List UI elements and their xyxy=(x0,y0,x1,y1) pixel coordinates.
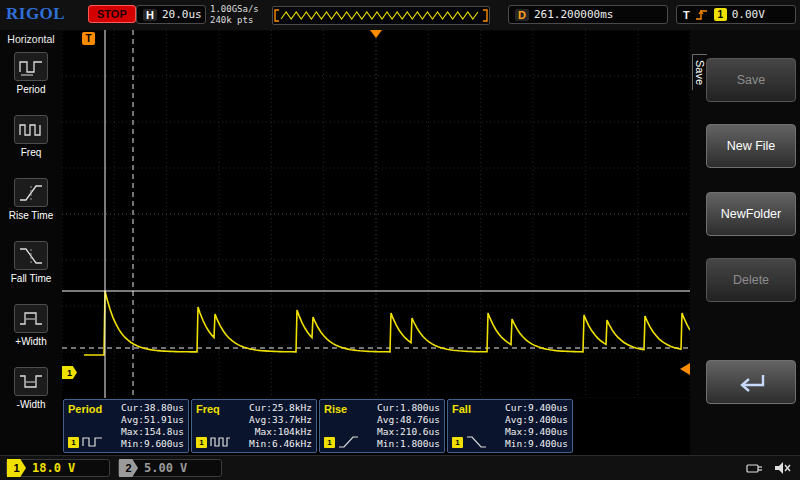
rigol-logo: RIGOL xyxy=(6,4,65,24)
top-bar: RIGOL STOP H 20.0us 1.00GSa/s 240k pts D… xyxy=(0,0,800,31)
left-menu-label: Fall Time xyxy=(11,273,52,284)
meas-cur: Cur:9.400us xyxy=(498,402,568,414)
left-menu-label: Freq xyxy=(21,147,42,158)
delay-value: 261.200000ms xyxy=(534,8,613,21)
timebase-label: H xyxy=(143,9,157,21)
minus-width-icon xyxy=(14,367,48,396)
memory-depth: 240k pts xyxy=(210,15,259,26)
measurement-values: Cur:38.80us Avg:51.91us Max:154.8us Min:… xyxy=(114,403,184,449)
measurement-panel-freq[interactable]: Freq 1 Cur:25.8kHz Avg:33.7kHz Max:104kH… xyxy=(191,399,317,453)
right-menu: Save Save New File NewFolder Delete xyxy=(690,30,800,455)
measurement-values: Cur:25.8kHz Avg:33.7kHz Max:104kHz Min:6… xyxy=(242,403,312,449)
usb-icon xyxy=(746,461,764,475)
measurement-values: Cur:9.400us Avg:9.400us Max:9.400us Min:… xyxy=(498,403,568,449)
left-menu-item-neg-width[interactable]: -Width xyxy=(0,367,62,423)
trigger-readout[interactable]: T 1 0.00V xyxy=(676,5,796,24)
preview-waveform-icon xyxy=(273,7,489,24)
trigger-level-marker[interactable] xyxy=(680,363,690,375)
meas-min: Min:9.600us xyxy=(114,438,184,450)
measurement-row: Period 1 Cur:38.80us Avg:51.91us Max:154… xyxy=(63,399,690,455)
measurement-name: Freq xyxy=(196,403,242,415)
sample-rate: 1.00GSa/s xyxy=(210,4,259,15)
channel-badge: 1 xyxy=(452,437,463,448)
meas-min: Min:6.46kHz xyxy=(242,438,312,450)
trigger-delay-marker[interactable]: T xyxy=(82,32,95,45)
meas-avg: Avg:51.91us xyxy=(114,414,184,426)
left-menu-label: Rise Time xyxy=(9,210,53,221)
meas-min: Min:9.400us xyxy=(498,438,568,450)
horizontal-timebase[interactable]: H 20.0us xyxy=(136,5,206,24)
measurement-values: Cur:1.800us Avg:48.76us Max:210.6us Min:… xyxy=(370,403,440,449)
left-menu-label: -Width xyxy=(17,399,46,410)
measurement-panel-fall[interactable]: Fall 1 Cur:9.400us Avg:9.400us Max:9.400… xyxy=(447,399,573,453)
meas-max: Max:9.400us xyxy=(498,426,568,438)
meas-max: Max:104kHz xyxy=(242,426,312,438)
meas-avg: Avg:9.400us xyxy=(498,414,568,426)
channel2-scale: 5.00 V xyxy=(144,461,187,475)
measurement-name: Rise xyxy=(324,403,370,415)
left-menu-item-rise-time[interactable]: Rise Time xyxy=(0,178,62,234)
delay-label: D xyxy=(515,9,529,21)
left-menu: Horizontal Period Freq Rise Time Fall Ti… xyxy=(0,30,63,455)
menu-tab-save: Save xyxy=(692,54,707,90)
meas-cur: Cur:1.800us xyxy=(370,402,440,414)
rise-time-icon xyxy=(14,178,48,207)
channel-badge: 1 xyxy=(68,437,79,448)
left-menu-label: +Width xyxy=(15,336,46,347)
rising-edge-icon xyxy=(695,8,709,22)
meas-max: Max:154.8us xyxy=(114,426,184,438)
speaker-mute-icon[interactable] xyxy=(774,460,792,476)
freq-measure-icon: 1 xyxy=(196,435,242,449)
timebase-value: 20.0us xyxy=(162,8,202,21)
left-menu-item-pos-width[interactable]: +Width xyxy=(0,304,62,360)
waveform-preview[interactable] xyxy=(272,6,490,25)
return-arrow-icon xyxy=(731,369,771,395)
measurement-name: Fall xyxy=(452,403,498,415)
acquisition-info: 1.00GSa/s 240k pts xyxy=(210,4,259,26)
channel2-status[interactable]: 2 5.00 V xyxy=(118,459,222,477)
delay-readout[interactable]: D 261.200000ms xyxy=(508,5,668,24)
save-button[interactable]: Save xyxy=(706,58,796,102)
run-state-badge[interactable]: STOP xyxy=(88,5,136,23)
trigger-label: T xyxy=(683,9,690,21)
meas-cur: Cur:38.80us xyxy=(114,402,184,414)
new-folder-button[interactable]: NewFolder xyxy=(706,192,796,236)
left-menu-title: Horizontal xyxy=(0,30,62,45)
left-menu-item-freq[interactable]: Freq xyxy=(0,115,62,171)
meas-cur: Cur:25.8kHz xyxy=(242,402,312,414)
delete-button[interactable]: Delete xyxy=(706,258,796,302)
trigger-position-marker[interactable] xyxy=(370,30,382,38)
bottom-bar: 1 18.0 V 2 5.00 V xyxy=(0,455,800,480)
trigger-level-value: 0.00V xyxy=(732,8,765,21)
left-menu-item-period[interactable]: Period xyxy=(0,52,62,108)
measurement-name: Period xyxy=(68,403,114,415)
trigger-source-badge: 1 xyxy=(714,8,727,21)
back-button[interactable] xyxy=(706,360,796,404)
left-menu-label: Period xyxy=(17,84,46,95)
period-icon xyxy=(14,52,48,81)
channel1-status[interactable]: 1 18.0 V xyxy=(6,459,110,477)
fall-time-icon xyxy=(14,241,48,270)
scope-grid xyxy=(62,30,690,398)
period-measure-icon: 1 xyxy=(68,435,114,449)
meas-min: Min:1.800us xyxy=(370,438,440,450)
rise-measure-icon: 1 xyxy=(324,435,370,449)
channel2-tag: 2 xyxy=(119,459,138,477)
new-file-button[interactable]: New File xyxy=(706,124,796,168)
plus-width-icon xyxy=(14,304,48,333)
measurement-panel-rise[interactable]: Rise 1 Cur:1.800us Avg:48.76us Max:210.6… xyxy=(319,399,445,453)
waveform-display[interactable]: T 1 Period 1 Cur:38.80us Avg:51.91us Max… xyxy=(62,30,690,455)
fall-measure-icon: 1 xyxy=(452,435,498,449)
channel1-scale: 18.0 V xyxy=(32,461,75,475)
meas-max: Max:210.6us xyxy=(370,426,440,438)
meas-avg: Avg:48.76us xyxy=(370,414,440,426)
measurement-panel-period[interactable]: Period 1 Cur:38.80us Avg:51.91us Max:154… xyxy=(63,399,189,453)
left-menu-item-fall-time[interactable]: Fall Time xyxy=(0,241,62,297)
channel-badge: 1 xyxy=(196,437,207,448)
oscilloscope-screen: RIGOL STOP H 20.0us 1.00GSa/s 240k pts D… xyxy=(0,0,800,480)
channel-badge: 1 xyxy=(324,437,335,448)
freq-icon xyxy=(14,115,48,144)
channel1-tag: 1 xyxy=(7,459,26,477)
meas-avg: Avg:33.7kHz xyxy=(242,414,312,426)
